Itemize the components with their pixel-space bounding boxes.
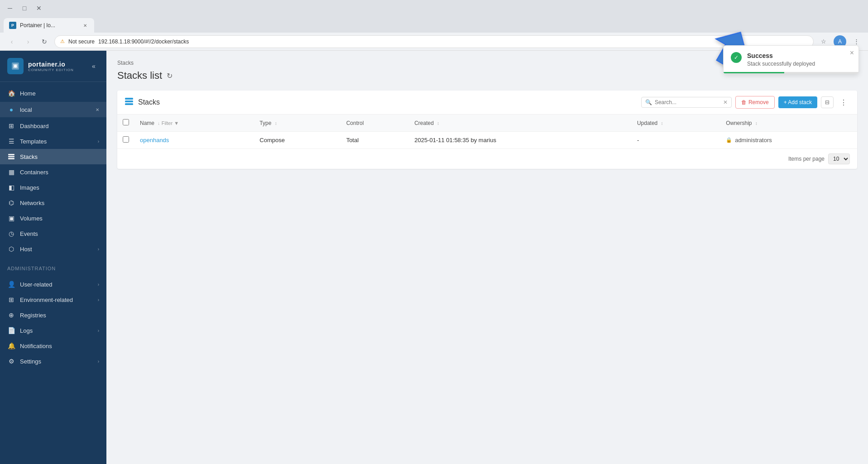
- select-all-column: [117, 115, 134, 132]
- logo-icon: [7, 58, 24, 74]
- remove-label: Remove: [748, 99, 769, 105]
- sidebar: portainer.io COMMUNITY EDITION « 🏠 Home …: [0, 51, 106, 464]
- templates-icon: ☰: [7, 137, 15, 145]
- sidebar-item-home[interactable]: 🏠 Home: [0, 86, 106, 101]
- user-related-icon: 👤: [7, 280, 15, 288]
- tab-close-button[interactable]: ✕: [82, 22, 89, 29]
- sidebar-item-label: Templates: [20, 138, 93, 145]
- browser-chrome: ─ □ ✕ P Portainer | lo... ✕: [0, 0, 868, 33]
- sidebar-item-volumes[interactable]: ▣ Volumes: [0, 210, 106, 226]
- volumes-icon: ▣: [7, 214, 15, 222]
- sidebar-item-dashboard[interactable]: ⊞ Dashboard: [0, 118, 106, 134]
- stack-updated-value: -: [637, 137, 639, 144]
- sidebar-item-label: Logs: [20, 327, 93, 334]
- dashboard-icon: ⊞: [7, 122, 15, 130]
- lock-icon: 🔒: [726, 137, 732, 143]
- row-checkbox-cell: [117, 132, 134, 149]
- page-title: Stacks list: [117, 70, 162, 81]
- sidebar-item-label: Host: [20, 246, 93, 253]
- table-view-button[interactable]: ⊟: [821, 96, 834, 108]
- stack-name-link[interactable]: openhands: [140, 137, 169, 144]
- sidebar-item-stacks[interactable]: Stacks: [0, 149, 106, 164]
- stack-created-cell: 2025-01-11 01:58:35 by marius: [409, 132, 632, 149]
- environment-local[interactable]: ● local ✕: [0, 102, 106, 117]
- sidebar-item-networks[interactable]: ⌬ Networks: [0, 195, 106, 210]
- updated-sort-icon[interactable]: ↕: [661, 121, 663, 126]
- pagination-row: Items per page 10 25 50: [117, 149, 857, 169]
- sidebar-item-label: User-related: [20, 281, 93, 288]
- toast-close-button[interactable]: ×: [850, 49, 854, 57]
- created-header-label: Created: [414, 120, 434, 126]
- created-sort-icon[interactable]: ↕: [437, 121, 439, 126]
- sidebar-item-events[interactable]: ◷ Events: [0, 226, 106, 241]
- logo-edition: COMMUNITY EDITION: [28, 68, 74, 72]
- stack-updated-cell: -: [632, 132, 720, 149]
- address-bar[interactable]: ⚠ Not secure 192.168.1.18:9000/#!/2/dock…: [54, 35, 814, 48]
- stack-ownership-cell: 🔒 administrators: [720, 132, 857, 149]
- select-all-checkbox[interactable]: [123, 119, 129, 125]
- panel-toolbar: Stacks 🔍 ✕ 🗑 Remove + Add stack: [117, 91, 857, 115]
- svg-rect-7: [125, 100, 133, 102]
- sidebar-item-logs[interactable]: 📄 Logs ›: [0, 323, 106, 338]
- sidebar-item-label: Events: [20, 230, 99, 237]
- reload-button[interactable]: ↻: [38, 35, 51, 48]
- search-input[interactable]: [655, 99, 720, 105]
- svg-rect-8: [125, 103, 133, 105]
- sidebar-item-user-related[interactable]: 👤 User-related ›: [0, 277, 106, 292]
- logo-name: portainer.io: [28, 61, 74, 68]
- items-per-page-select[interactable]: 10 25 50: [828, 153, 850, 164]
- sidebar-collapse-button[interactable]: «: [88, 61, 99, 72]
- type-sort-icon[interactable]: ↕: [275, 121, 277, 126]
- sidebar-item-label: Home: [20, 90, 99, 97]
- search-box[interactable]: 🔍 ✕: [641, 97, 732, 108]
- sidebar-item-label: Dashboard: [20, 123, 99, 129]
- stack-type-value: Compose: [259, 137, 285, 144]
- toast-message: Stack successfully deployed: [747, 61, 851, 67]
- add-stack-button[interactable]: + Add stack: [778, 96, 817, 108]
- toast-container: ✓ Success Stack successfully deployed ×: [723, 45, 859, 74]
- sidebar-item-label: Registries: [20, 312, 99, 319]
- forward-button[interactable]: ›: [22, 35, 34, 48]
- sidebar-item-settings[interactable]: ⚙ Settings ›: [0, 354, 106, 369]
- chevron-down-icon: ›: [98, 139, 99, 144]
- chevron-down-icon: ›: [98, 328, 99, 333]
- window-controls: ─ □ ✕: [4, 2, 45, 14]
- minimize-button[interactable]: ─: [4, 2, 16, 14]
- panel-title-area: Stacks: [125, 97, 636, 108]
- back-button[interactable]: ‹: [5, 35, 18, 48]
- environment-close-button[interactable]: ✕: [96, 107, 99, 112]
- row-checkbox[interactable]: [123, 136, 129, 143]
- sidebar-item-registries[interactable]: ⊕ Registries: [0, 307, 106, 323]
- panel-title: Stacks: [138, 98, 160, 106]
- sidebar-item-notifications[interactable]: 🔔 Notifications: [0, 338, 106, 354]
- networks-icon: ⌬: [7, 199, 15, 207]
- close-window-button[interactable]: ✕: [33, 2, 45, 14]
- filter-button[interactable]: Filter ▼: [162, 120, 179, 126]
- search-clear-button[interactable]: ✕: [723, 99, 728, 105]
- browser-tab[interactable]: P Portainer | lo... ✕: [4, 18, 94, 33]
- sidebar-item-templates[interactable]: ☰ Templates ›: [0, 134, 106, 149]
- images-icon: ◧: [7, 183, 15, 191]
- sidebar-item-images[interactable]: ◧ Images: [0, 180, 106, 195]
- logo-area: portainer.io COMMUNITY EDITION: [7, 58, 74, 74]
- updated-column-header: Updated ↕: [632, 115, 720, 132]
- name-sort-icon[interactable]: ↓: [158, 121, 160, 126]
- sidebar-item-containers[interactable]: ▦ Containers: [0, 164, 106, 180]
- success-toast: ✓ Success Stack successfully deployed ×: [723, 45, 859, 74]
- sidebar-item-host[interactable]: ⬡ Host ›: [0, 241, 106, 257]
- tab-bar: P Portainer | lo... ✕: [0, 16, 868, 33]
- more-options-button[interactable]: ⋮: [837, 96, 850, 109]
- sidebar-item-label: Settings: [20, 358, 93, 365]
- ownership-column-header: Ownership ↕: [720, 115, 857, 132]
- refresh-button[interactable]: ↻: [167, 72, 173, 80]
- toast-progress-bar: [724, 72, 858, 73]
- sidebar-item-label: Images: [20, 184, 99, 191]
- sidebar-item-environment-related[interactable]: ⊞ Environment-related ›: [0, 292, 106, 307]
- registries-icon: ⊕: [7, 311, 15, 319]
- restore-button[interactable]: □: [18, 2, 31, 14]
- type-column-header: Type ↕: [254, 115, 340, 132]
- remove-button[interactable]: 🗑 Remove: [735, 96, 775, 109]
- control-header-label: Control: [346, 120, 364, 126]
- app-layout: portainer.io COMMUNITY EDITION « 🏠 Home …: [0, 51, 868, 464]
- ownership-sort-icon[interactable]: ↕: [755, 121, 758, 126]
